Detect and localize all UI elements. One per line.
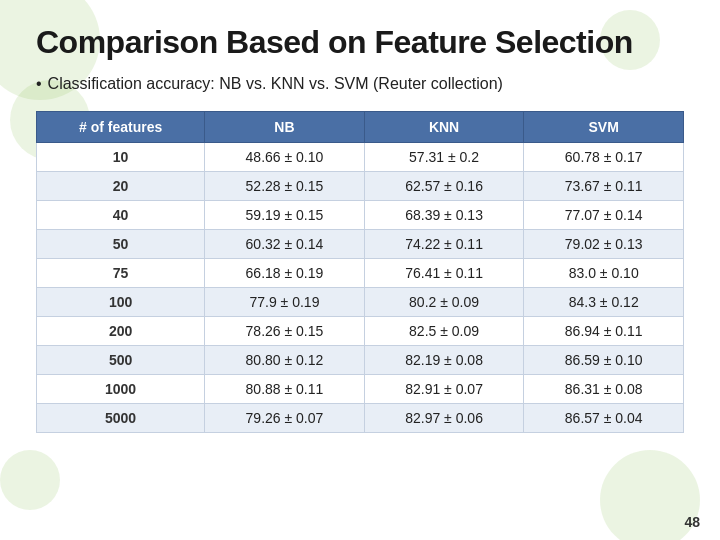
cell-value: 68.39 ± 0.13 xyxy=(364,201,524,230)
cell-features: 50 xyxy=(37,230,205,259)
cell-value: 77.9 ± 0.19 xyxy=(205,288,365,317)
cell-value: 48.66 ± 0.10 xyxy=(205,143,365,172)
cell-value: 80.2 ± 0.09 xyxy=(364,288,524,317)
cell-value: 80.88 ± 0.11 xyxy=(205,375,365,404)
table-header-row: # of features NB KNN SVM xyxy=(37,112,684,143)
table-row: 4059.19 ± 0.1568.39 ± 0.1377.07 ± 0.14 xyxy=(37,201,684,230)
table-row: 100080.88 ± 0.1182.91 ± 0.0786.31 ± 0.08 xyxy=(37,375,684,404)
comparison-table: # of features NB KNN SVM 1048.66 ± 0.105… xyxy=(36,111,684,433)
page-title: Comparison Based on Feature Selection xyxy=(36,24,684,61)
table-row: 50080.80 ± 0.1282.19 ± 0.0886.59 ± 0.10 xyxy=(37,346,684,375)
cell-value: 86.31 ± 0.08 xyxy=(524,375,684,404)
cell-value: 77.07 ± 0.14 xyxy=(524,201,684,230)
col-header-features: # of features xyxy=(37,112,205,143)
cell-features: 10 xyxy=(37,143,205,172)
bullet-icon: • xyxy=(36,75,42,92)
cell-features: 200 xyxy=(37,317,205,346)
cell-value: 66.18 ± 0.19 xyxy=(205,259,365,288)
cell-value: 80.80 ± 0.12 xyxy=(205,346,365,375)
cell-value: 82.97 ± 0.06 xyxy=(364,404,524,433)
cell-value: 60.78 ± 0.17 xyxy=(524,143,684,172)
cell-value: 52.28 ± 0.15 xyxy=(205,172,365,201)
cell-features: 75 xyxy=(37,259,205,288)
cell-features: 5000 xyxy=(37,404,205,433)
col-header-svm: SVM xyxy=(524,112,684,143)
cell-features: 40 xyxy=(37,201,205,230)
col-header-knn: KNN xyxy=(364,112,524,143)
cell-value: 62.57 ± 0.16 xyxy=(364,172,524,201)
table-row: 10077.9 ± 0.1980.2 ± 0.0984.3 ± 0.12 xyxy=(37,288,684,317)
cell-value: 78.26 ± 0.15 xyxy=(205,317,365,346)
cell-value: 84.3 ± 0.12 xyxy=(524,288,684,317)
cell-features: 1000 xyxy=(37,375,205,404)
cell-value: 82.5 ± 0.09 xyxy=(364,317,524,346)
cell-value: 57.31 ± 0.2 xyxy=(364,143,524,172)
cell-features: 500 xyxy=(37,346,205,375)
cell-value: 83.0 ± 0.10 xyxy=(524,259,684,288)
cell-value: 60.32 ± 0.14 xyxy=(205,230,365,259)
cell-value: 82.19 ± 0.08 xyxy=(364,346,524,375)
table-row: 5060.32 ± 0.1474.22 ± 0.1179.02 ± 0.13 xyxy=(37,230,684,259)
table-row: 7566.18 ± 0.1976.41 ± 0.1183.0 ± 0.10 xyxy=(37,259,684,288)
main-content: Comparison Based on Feature Selection •C… xyxy=(0,0,720,445)
cell-value: 79.02 ± 0.13 xyxy=(524,230,684,259)
table-row: 500079.26 ± 0.0782.97 ± 0.0686.57 ± 0.04 xyxy=(37,404,684,433)
cell-value: 74.22 ± 0.11 xyxy=(364,230,524,259)
subtitle-text: Classification accuracy: NB vs. KNN vs. … xyxy=(48,75,503,92)
cell-value: 76.41 ± 0.11 xyxy=(364,259,524,288)
table-row: 2052.28 ± 0.1562.57 ± 0.1673.67 ± 0.11 xyxy=(37,172,684,201)
cell-value: 82.91 ± 0.07 xyxy=(364,375,524,404)
cell-value: 59.19 ± 0.15 xyxy=(205,201,365,230)
table-body: 1048.66 ± 0.1057.31 ± 0.260.78 ± 0.17205… xyxy=(37,143,684,433)
cell-features: 100 xyxy=(37,288,205,317)
cell-value: 73.67 ± 0.11 xyxy=(524,172,684,201)
table-row: 1048.66 ± 0.1057.31 ± 0.260.78 ± 0.17 xyxy=(37,143,684,172)
subtitle: •Classification accuracy: NB vs. KNN vs.… xyxy=(36,75,684,93)
cell-value: 86.94 ± 0.11 xyxy=(524,317,684,346)
col-header-nb: NB xyxy=(205,112,365,143)
cell-features: 20 xyxy=(37,172,205,201)
cell-value: 86.59 ± 0.10 xyxy=(524,346,684,375)
cell-value: 86.57 ± 0.04 xyxy=(524,404,684,433)
table-row: 20078.26 ± 0.1582.5 ± 0.0986.94 ± 0.11 xyxy=(37,317,684,346)
bg-decoration-3 xyxy=(0,450,60,510)
page-number: 48 xyxy=(684,514,700,530)
cell-value: 79.26 ± 0.07 xyxy=(205,404,365,433)
